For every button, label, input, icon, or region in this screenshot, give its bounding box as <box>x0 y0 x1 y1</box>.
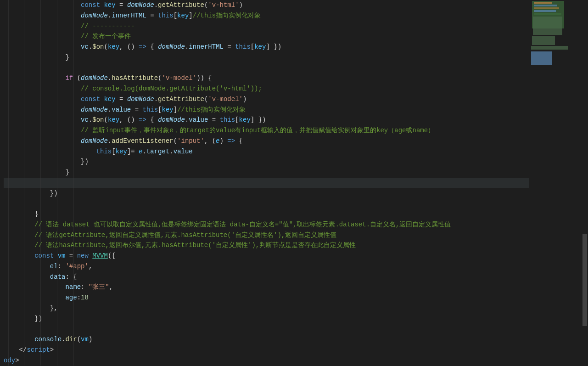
code-token: vc <box>81 116 89 124</box>
code-line[interactable]: // 语法getAttribute,返回自定义属性值,元素.hasAttribu… <box>4 230 529 241</box>
code-token: getAttribute <box>158 1 204 9</box>
code-token: //this指向实例化对象 <box>177 106 245 113</box>
code-line[interactable]: }, <box>4 303 529 314</box>
code-line[interactable] <box>4 198 529 209</box>
code-token: key <box>108 116 119 124</box>
indent-guide <box>57 0 57 366</box>
code-token: "张三" <box>89 283 109 291</box>
code-token: ) <box>89 336 92 343</box>
code-token: . <box>108 12 112 19</box>
code-token: , () <box>119 116 139 124</box>
code-token: hasAttribute <box>112 74 158 82</box>
code-token: this <box>220 116 235 124</box>
code-token: // console.log(domNode.getAttribute('v-h… <box>81 85 262 92</box>
code-token: . <box>89 116 92 124</box>
code-token: innerHTML <box>189 43 224 51</box>
code-token: ] }) <box>266 43 281 51</box>
code-line[interactable]: data: { <box>4 272 529 282</box>
code-line[interactable]: // ----------- <box>4 21 529 32</box>
code-line[interactable]: ody> <box>4 355 529 366</box>
code-token: . <box>154 96 158 103</box>
code-token: domNode <box>158 43 185 51</box>
code-token: ]= <box>127 148 139 155</box>
code-token: } <box>65 54 69 61</box>
indent-guide <box>8 0 9 366</box>
code-token: ( <box>104 43 107 51</box>
code-line[interactable] <box>4 63 529 73</box>
code-token: getAttribute <box>158 96 204 103</box>
code-line[interactable]: const key = domNode.getAttribute('v-mode… <box>4 94 529 105</box>
code-token: key <box>108 43 119 51</box>
code-line[interactable]: age:18 <box>4 293 529 303</box>
code-token: { <box>146 116 158 124</box>
code-token: target <box>146 148 169 155</box>
code-token: . <box>143 148 146 155</box>
code-line[interactable]: // 发布一个事件 <box>4 31 529 42</box>
code-line[interactable]: vc.$on(key, () => { domNode.value = this… <box>4 115 529 125</box>
code-line[interactable]: this[key]= e.target.value <box>4 146 529 157</box>
code-line[interactable]: name: "张三", <box>4 282 529 293</box>
code-line[interactable]: // 监听input事件，事件对象e，的target的value有input框输… <box>4 125 529 136</box>
vertical-scrollbar[interactable] <box>582 0 588 366</box>
code-line[interactable] <box>4 178 529 188</box>
code-token: = <box>208 116 219 124</box>
code-token: }) <box>81 158 89 165</box>
code-token: } <box>65 169 69 176</box>
code-line[interactable]: } <box>4 167 529 178</box>
code-line[interactable]: el: '#app', <box>4 261 529 272</box>
scrollbar-thumb[interactable] <box>582 234 587 326</box>
code-token: '#app' <box>65 263 88 270</box>
code-token: domNode <box>158 116 185 124</box>
code-line[interactable]: const vm = new MVVM({ <box>4 251 529 261</box>
code-token: </ <box>19 346 27 354</box>
code-line[interactable]: }) <box>4 188 529 199</box>
indent-guide <box>40 0 41 366</box>
code-token: if <box>65 74 73 82</box>
code-token: . <box>169 148 173 155</box>
code-line[interactable]: } <box>4 52 529 63</box>
code-line[interactable]: const key = domNode.getAttribute('v-html… <box>4 0 529 11</box>
code-line[interactable]: console.dir(vm) <box>4 334 529 345</box>
code-token: => <box>139 116 146 124</box>
code-token: // 监听input事件，事件对象e，的target的value有input框输… <box>81 127 434 134</box>
minimap[interactable] <box>529 0 582 366</box>
code-line[interactable]: domNode.addEventListener('input', (e) =>… <box>4 136 529 146</box>
code-token: domNode <box>81 12 108 19</box>
code-line[interactable] <box>4 324 529 334</box>
code-token: { <box>146 43 158 51</box>
code-token: [ <box>235 116 239 124</box>
code-token: = <box>224 43 235 51</box>
code-token: = <box>116 1 127 9</box>
code-line[interactable]: } <box>4 209 529 220</box>
code-token: ) <box>243 96 246 103</box>
code-editor[interactable]: const key = domNode.getAttribute('v-html… <box>0 0 529 366</box>
code-line[interactable]: // 语法 dataset 也可以取自定义属性值,但是标签绑定固定语法 data… <box>4 220 529 230</box>
code-line[interactable]: domNode.innerHTML = this[key]//this指向实例化… <box>4 11 529 21</box>
minimap-region <box>534 13 561 15</box>
code-line[interactable]: // 语法hasAttribute,返回布尔值,元素.hasAttribute(… <box>4 240 529 251</box>
code-line[interactable]: if (domNode.hasAttribute('v-model')) { <box>4 73 529 84</box>
code-token: : <box>58 263 66 270</box>
code-line[interactable]: domNode.value = this[key]//this指向实例化对象 <box>4 105 529 115</box>
code-token: = <box>146 12 158 19</box>
code-token: ( <box>77 336 81 343</box>
code-token: // 语法hasAttribute,返回布尔值,元素.hasAttribute(… <box>34 242 356 249</box>
code-line[interactable]: </script> <box>4 345 529 355</box>
code-token: innerHTML <box>112 12 146 19</box>
code-token: }) <box>34 315 42 322</box>
code-token: $on <box>92 43 104 51</box>
code-token: ( <box>73 74 81 82</box>
code-token: 18 <box>81 294 89 301</box>
code-token: // 发布一个事件 <box>81 33 131 40</box>
code-line[interactable]: }) <box>4 157 529 167</box>
code-area[interactable]: const key = domNode.getAttribute('v-html… <box>4 0 529 366</box>
code-token: // ----------- <box>81 23 135 30</box>
code-token: [ <box>251 43 254 51</box>
code-token: console <box>34 336 62 343</box>
code-line[interactable]: vc.$on(key, () => { domNode.innerHTML = … <box>4 42 529 52</box>
code-token: [ <box>158 106 162 113</box>
code-token: = <box>131 106 142 113</box>
code-line[interactable]: }) <box>4 314 529 324</box>
code-token: ody <box>4 357 15 364</box>
code-line[interactable]: // console.log(domNode.getAttribute('v-h… <box>4 84 529 94</box>
